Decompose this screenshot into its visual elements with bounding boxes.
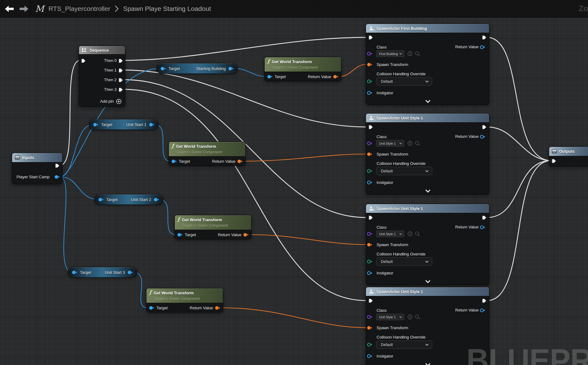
function-node-header[interactable]: ƒ Get World Transform Target is Scene Co… (169, 142, 245, 156)
collision-handling-pin[interactable] (367, 79, 373, 83)
use-asset-icon[interactable] (407, 231, 413, 236)
collision-handling-dropdown[interactable]: Default (376, 340, 432, 349)
browse-asset-icon[interactable] (415, 314, 420, 320)
spawn-actor-first-building-node[interactable]: SpawnActor First Building Class Return V… (366, 24, 489, 105)
use-asset-icon[interactable] (407, 141, 413, 146)
return-value-pin[interactable] (480, 135, 485, 139)
exec-in-pin[interactable] (368, 215, 373, 220)
getter-unit-start-2[interactable]: Target Unit Start 2 (94, 194, 163, 205)
instigator-pin[interactable] (367, 354, 373, 358)
exec-out-pin[interactable] (482, 215, 487, 220)
exec-in-pin[interactable] (552, 159, 556, 163)
return-value-pin[interactable] (243, 233, 249, 237)
spawn-actor-unit-style-node[interactable]: SpawnActor Unit Style 1 Class Return Val… (366, 204, 489, 285)
sequence-node[interactable]: Sequence Then 0 Then 1 Then 2 Then 3 Add… (79, 46, 125, 107)
collision-handling-dropdown[interactable]: Default (376, 257, 432, 266)
return-value-pin[interactable] (237, 159, 243, 163)
spawn-node-header[interactable]: SpawnActor First Building (366, 24, 489, 33)
collision-handling-pin[interactable] (367, 260, 373, 264)
return-value-pin[interactable] (480, 308, 485, 312)
breadcrumb-current[interactable]: Spawn Playe Starting Loadout (123, 5, 211, 12)
browse-asset-icon[interactable] (415, 51, 420, 57)
exec-in-pin[interactable] (81, 58, 86, 63)
spawn-actor-unit-style-node[interactable]: SpawnActor Unit Style 1 Class Return Val… (366, 113, 489, 194)
get-world-transform-node[interactable]: ƒ Get World Transform Target is Scene Co… (146, 288, 223, 312)
exec-in-pin[interactable] (368, 298, 373, 303)
breadcrumb-root[interactable]: RTS_Playercontroller (49, 5, 110, 12)
browse-asset-icon[interactable] (415, 231, 420, 237)
get-world-transform-node[interactable]: ƒ Get World Transform Target is Scene Co… (174, 215, 252, 239)
add-pin-button[interactable] (116, 99, 122, 104)
target-pin[interactable] (177, 233, 183, 237)
spawn-transform-pin[interactable] (367, 152, 373, 156)
expand-node-button[interactable] (425, 363, 431, 365)
inputs-node-header[interactable]: Inputs (12, 153, 62, 162)
target-pin[interactable] (267, 75, 273, 79)
collision-handling-pin[interactable] (367, 343, 373, 347)
get-world-transform-node[interactable]: ƒ Get World Transform Target is Scene Co… (169, 142, 246, 166)
class-dropdown[interactable]: First Building (376, 50, 404, 57)
target-pin[interactable] (93, 123, 99, 127)
collision-handling-dropdown[interactable]: Default (376, 167, 432, 175)
spawn-transform-pin[interactable] (367, 63, 373, 67)
expand-node-button[interactable] (425, 100, 431, 103)
class-dropdown[interactable]: Unit Style 1 (376, 140, 404, 147)
spawn-transform-pin[interactable] (367, 326, 373, 330)
class-dropdown[interactable]: Unit Style 1 (376, 314, 404, 320)
collision-handling-pin[interactable] (367, 169, 373, 173)
class-pin[interactable] (367, 315, 373, 319)
instigator-pin[interactable] (367, 180, 373, 185)
outputs-node-header[interactable]: Outputs (549, 147, 588, 156)
return-value-pin[interactable] (480, 45, 485, 49)
return-value-pin[interactable] (333, 75, 339, 79)
spawn-node-header[interactable]: SpawnActor Unit Style 1 (366, 204, 489, 213)
outputs-node[interactable]: Outputs (549, 147, 588, 166)
value-out-pin[interactable] (127, 270, 133, 274)
expand-node-button[interactable] (425, 280, 431, 283)
spawn-node-header[interactable]: SpawnActor Unit Style 1 (366, 114, 489, 122)
target-pin[interactable] (149, 306, 155, 310)
sequence-node-header[interactable]: Sequence (79, 46, 125, 54)
function-node-header[interactable]: ƒ Get World Transform Target is Scene Co… (265, 57, 341, 72)
target-pin[interactable] (171, 159, 177, 163)
player-start-camp-pin[interactable] (54, 175, 60, 179)
class-pin[interactable] (367, 141, 373, 145)
return-value-pin[interactable] (215, 306, 220, 310)
collision-handling-dropdown[interactable]: Default (376, 77, 432, 86)
then2-exec-out-pin[interactable] (118, 78, 123, 82)
spawn-transform-pin[interactable] (367, 243, 373, 247)
exec-in-pin[interactable] (368, 35, 373, 40)
spawn-actor-unit-style-node[interactable]: SpawnActor Unit Style 1 Class Return Val… (366, 287, 489, 365)
use-asset-icon[interactable] (407, 51, 413, 56)
target-pin[interactable] (98, 198, 104, 202)
target-pin[interactable] (160, 67, 166, 71)
function-node-header[interactable]: ƒ Get World Transform Target is Scene Co… (146, 288, 223, 303)
function-node-header[interactable]: ƒ Get World Transform Target is Scene Co… (175, 215, 251, 230)
return-value-pin[interactable] (480, 225, 485, 229)
class-pin[interactable] (367, 52, 373, 56)
back-button[interactable] (5, 6, 14, 12)
value-out-pin[interactable] (154, 198, 159, 202)
use-asset-icon[interactable] (407, 314, 413, 320)
getter-starting-building[interactable]: Target Starting Building (156, 63, 238, 74)
value-out-pin[interactable] (228, 67, 234, 71)
getter-unit-start-1[interactable]: Target Unit Start 1 (89, 119, 159, 130)
getter-unit-start-3[interactable]: Target Unit Start 3 (68, 267, 137, 278)
instigator-pin[interactable] (367, 271, 373, 275)
forward-button[interactable] (19, 6, 28, 12)
then0-exec-out-pin[interactable] (118, 58, 123, 63)
get-world-transform-node[interactable]: ƒ Get World Transform Target is Scene Co… (264, 57, 341, 81)
value-out-pin[interactable] (149, 123, 155, 127)
then3-exec-out-pin[interactable] (118, 87, 123, 92)
exec-out-pin[interactable] (55, 163, 60, 168)
class-dropdown[interactable]: Unit Style 1 (376, 231, 404, 237)
class-pin[interactable] (367, 232, 373, 236)
exec-out-pin[interactable] (482, 125, 487, 129)
exec-out-pin[interactable] (482, 298, 487, 303)
exec-in-pin[interactable] (368, 125, 373, 129)
target-pin[interactable] (72, 270, 77, 274)
then1-exec-out-pin[interactable] (118, 68, 123, 73)
exec-out-pin[interactable] (482, 35, 487, 40)
browse-asset-icon[interactable] (415, 141, 420, 146)
inputs-node[interactable]: Inputs Player Start Camp (12, 153, 63, 184)
